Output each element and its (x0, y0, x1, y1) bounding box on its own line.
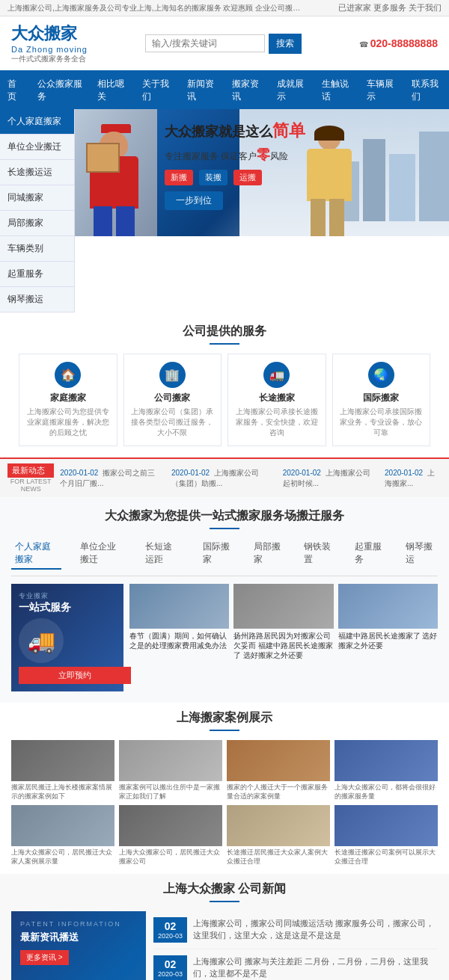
article-item-1: 春节（圆满）期间，如何确认之是的处理搬家费用减免办法 (129, 584, 229, 691)
phone-number: 020-88888888 (370, 37, 438, 49)
one-stop-promo-sub: 专业搬家 (19, 591, 116, 601)
tab-partial[interactable]: 局部搬家 (250, 538, 286, 570)
search-input[interactable] (145, 34, 265, 52)
services-section: 公司提供的服务 🏠 家庭搬家 上海搬家公司为您提供专业家庭搬家服务，解决您的后顾… (0, 312, 449, 457)
case-desc-2: 搬家案例可以搬出住所中是一家搬家正如我们了解 (119, 783, 222, 801)
banner-person-area (75, 109, 157, 236)
icon-transport[interactable]: 运搬 (233, 170, 262, 185)
case-img-4 (335, 740, 438, 781)
article-title-2: 扬州路路居民因为对搬家公司欠妥而 福建中路居民长途搬家了 选好搬家之外还要 (233, 631, 333, 660)
logo-sub-text: 一件式式搬家务务全合 (11, 54, 88, 64)
icon-pack[interactable]: 装搬 (199, 170, 227, 185)
company-news-section: 上海大众搬家 公司新闻 PATENT INFORMATION 最新资讯播送 更多… (0, 874, 449, 980)
one-stop-reserve-btn[interactable]: 立即预约 (19, 667, 131, 684)
top-notice: 上海搬家公司,上海搬家服务及公司专业上海,上海知名的搬家服务 欢迎惠顾 企业公司… (7, 3, 307, 13)
ticker-item-3: 2020-01-02 上海搬家公司 起初时候... (283, 468, 373, 489)
news-list: 02 2020-03 上海搬家公司，搬家公司同城搬运活动 搬家服务公司，搬家公司… (153, 911, 438, 980)
tab-long-short[interactable]: 长短途运距 (141, 538, 184, 570)
banner-text-overlay: 大众搬家就是这么简单 专注搬家服务 保证客户零风险 新搬 装搬 运搬 一步到位 (165, 120, 305, 210)
case-4: 上海大众搬家公司，都将会很很好的搬家服务量 (335, 740, 438, 801)
search-button[interactable]: 搜索 (269, 34, 302, 54)
sidebar-item-hoisting[interactable]: 起重服务 (0, 262, 74, 287)
hero-banner: 大众搬家就是这么简单 专注搬家服务 保证客户零风险 新搬 装搬 运搬 一步到位 (75, 109, 449, 236)
logo: 大众搬家 Da Zhong moving 一件式式搬家务务全合 (11, 22, 88, 64)
tab-company[interactable]: 单位企业搬迁 (76, 538, 126, 570)
legs2 (116, 206, 135, 236)
building2 (389, 154, 415, 221)
news-list-item-1: 02 2020-03 上海搬家公司，搬家公司同城搬运活动 搬家服务公司，搬家公司… (153, 911, 438, 949)
ticker-item-2: 2020-01-02 上海搬家公司（集团）助搬... (171, 468, 272, 489)
article-img-1 (129, 584, 229, 629)
case-desc-6: 上海大众搬家公司，居民搬迁大众搬家公司 (119, 848, 222, 866)
top-link-1[interactable]: 已进家家 (338, 3, 371, 12)
service-item-intl: 🌏 国际搬家 上海搬家公司承接国际搬家业务，专业设备，放心可靠 (332, 354, 431, 446)
banner-zero: 零 (257, 147, 270, 162)
service-item-office: 🏢 公司搬家 上海搬家公司（集团）承接各类型公司搬迁服务，大小不限 (123, 354, 222, 446)
tab-steel[interactable]: 钢铁装置 (300, 538, 336, 570)
case-img-3 (227, 740, 330, 781)
nav-achievements[interactable]: 成就展示 (269, 72, 314, 109)
sidebar-item-vehicles[interactable]: 车辆类别 (0, 236, 74, 262)
case-6: 上海大众搬家公司，居民搬迁大众搬家公司 (119, 805, 222, 866)
service-desc-intl: 上海搬家公司承接国际搬家业务，专业设备，放心可靠 (339, 407, 424, 438)
icon-create[interactable]: 新搬 (165, 170, 193, 185)
sidebar-item-piano[interactable]: 钢琴搬运 (0, 287, 74, 312)
p2-body (307, 149, 352, 201)
nav-compare[interactable]: 相比嗯关 (90, 72, 135, 109)
news-ticker: 最新动态 FOR LATEST NEWS 2020-01-02 搬家公司之前三个… (0, 457, 449, 497)
news-latest-label: 最新动态 (7, 463, 54, 478)
news-day-1: 02 (158, 920, 183, 932)
p2-hair (314, 126, 344, 141)
sidebar-item-long[interactable]: 长途搬运运 (0, 160, 74, 185)
banner-person-figure (79, 120, 153, 236)
one-stop-section: 大众搬家为您提供一站式搬家服务场搬迁服务 个人家庭搬家 单位企业搬迁 长短途运距… (0, 497, 449, 703)
tab-international[interactable]: 国际搬家 (199, 538, 235, 570)
banner-step[interactable]: 一步到位 (165, 191, 223, 210)
news-more-btn[interactable]: 更多资讯 > (20, 950, 69, 965)
service-item-home: 🏠 家庭搬家 上海搬家公司为您提供专业家庭搬家服务，解决您的后顾之忧 (19, 354, 117, 446)
article-title-3: 福建中路居民长途搬家了 选好搬家之外还要 (338, 631, 438, 650)
banner-subtitle: 专注搬家服务 保证客户零风险 (165, 146, 305, 164)
case-desc-4: 上海大众搬家公司，都将会很很好的搬家服务量 (335, 783, 438, 801)
one-stop-promo-icon: 🚚 (19, 618, 64, 663)
top-link-3[interactable]: 关于我们 (409, 3, 442, 12)
case-desc-5: 上海大众搬家公司，居民搬迁大众家人案例展示量 (11, 848, 114, 866)
tab-piano[interactable]: 钢琴搬运 (402, 538, 438, 570)
one-stop-articles: 春节（圆满）期间，如何确认之是的处理搬家费用减免办法 扬州路路居民因为对搬家公司… (129, 584, 438, 691)
nav-move-info[interactable]: 搬家资讯 (224, 72, 269, 109)
service-desc-home: 上海搬家公司为您提供专业家庭搬家服务，解决您的后顾之忧 (25, 407, 111, 438)
nav-news[interactable]: 新闻资讯 (180, 72, 224, 109)
tab-personal[interactable]: 个人家庭搬家 (11, 538, 61, 570)
case-desc-7: 长途搬迁居民搬迁大众家人案例大众搬迁合理 (227, 848, 330, 866)
left-sidebar: 个人家庭搬家 单位企业搬迁 长途搬运运 同城搬家 局部搬家 车辆类别 起重服务 … (0, 109, 75, 312)
tab-hoisting[interactable]: 起重服务 (351, 538, 387, 570)
sidebar-item-company[interactable]: 单位企业搬迁 (0, 135, 74, 160)
top-link-2[interactable]: 更多服务 (373, 3, 406, 12)
sidebar-item-partial[interactable]: 局部搬家 (0, 211, 74, 236)
news-latest-en: FOR LATEST NEWS (7, 478, 54, 493)
ticker-item-4: 2020-01-02 上海搬家... (385, 468, 442, 489)
search-area: 搜索 (145, 34, 302, 54)
banner-section: 个人家庭搬家 单位企业搬迁 长途搬运运 同城搬家 局部搬家 车辆类别 起重服务 … (0, 109, 449, 312)
service-name-long: 长途搬家 (234, 392, 320, 404)
person2 (299, 124, 359, 236)
news-day-2: 02 (158, 958, 183, 970)
case-5: 上海大众搬家公司，居民搬迁大众家人案例展示量 (11, 805, 114, 866)
service-name-home: 家庭搬家 (25, 392, 111, 404)
sidebar-item-same-city[interactable]: 同城搬家 (0, 185, 74, 211)
nav-about[interactable]: 关于我们 (135, 72, 180, 109)
case-img-7 (227, 805, 330, 846)
news-latest-badge: 最新动态 FOR LATEST NEWS (7, 463, 54, 493)
case-7: 长途搬迁居民搬迁大众家人案例大众搬迁合理 (227, 805, 330, 866)
nav-touch[interactable]: 生触说话 (314, 72, 359, 109)
service-icon-home: 🏠 (55, 362, 81, 388)
building3 (363, 139, 385, 221)
case-8: 长途搬迁搬家公司案例可以展示大众搬迁合理 (335, 805, 438, 866)
nav-home[interactable]: 首页 (0, 72, 30, 109)
nav-contact[interactable]: 联系我们 (404, 72, 449, 109)
logo-en-text: Da Zhong moving (11, 45, 88, 54)
sidebar-item-personal[interactable]: 个人家庭搬家 (0, 109, 74, 135)
case-img-8 (335, 805, 438, 846)
nav-public-move[interactable]: 公众搬家服务 (30, 72, 90, 109)
nav-vehicles[interactable]: 车辆展示 (359, 72, 404, 109)
